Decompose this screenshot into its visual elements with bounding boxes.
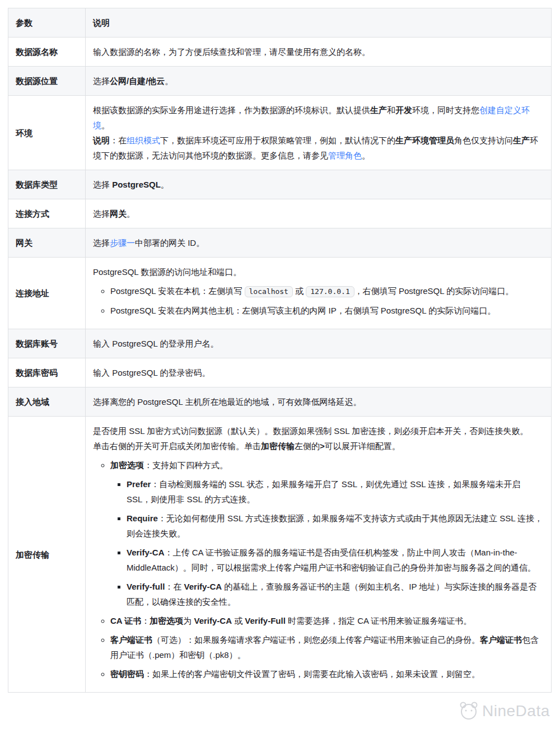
text: ：自动检测服务端的 SSL 状态，如果服务端开启了 SSL，则优先通过 SSL … (127, 479, 520, 504)
doc-link[interactable]: 组织模式 (127, 136, 160, 145)
param-cell: 数据源名称 (8, 38, 86, 67)
text: PostgreSQL 安装在内网其他主机：左侧填写该主机的内网 IP，右侧填写 … (110, 306, 496, 315)
bold-text: Verify-CA (127, 548, 165, 557)
table-body: 数据源名称输入数据源的名称，为了方便后续查找和管理，请尽量使用有意义的名称。数据… (8, 38, 552, 693)
param-cell: 接入地域 (8, 387, 86, 417)
bold-text: Require (127, 513, 158, 523)
description-cell: 选择公网/自建/他云。 (86, 67, 552, 96)
text: 选择 (93, 180, 112, 189)
bold-text: 加密传输 (261, 441, 295, 451)
text: 为 (183, 616, 194, 625)
paragraph: 选择离您的 PostgreSQL 主机所在地最近的地域，可有效降低网络延迟。 (93, 394, 544, 409)
description-cell: 选择步骤一中部署的网关 ID。 (86, 228, 552, 258)
text: 。 (165, 76, 173, 86)
text: ： (141, 616, 150, 625)
text: ：如果上传的客户端密钥文件设置了密码，则需要在此输入该密码，如果未设置，则留空。 (144, 669, 480, 679)
text: 选择 (93, 238, 110, 247)
text: 选择 (93, 76, 110, 86)
bold-text: PostgreSQL (112, 180, 161, 189)
header-description: 说明 (86, 8, 552, 38)
text: ，右侧填写 PostgreSQL 的实际访问端口。 (354, 286, 514, 296)
list-item: Prefer：自动检测服务端的 SSL 状态，如果服务端开启了 SSL，则优先通… (127, 477, 544, 507)
bullet-list: PostgreSQL 安装在本机：左侧填写 localhost 或 127.0.… (93, 283, 544, 318)
param-cell: 数据库密码 (8, 358, 86, 387)
text: ：在 (110, 136, 127, 145)
text: 时需要选择，指定 CA 证书用来验证服务端证书。 (286, 616, 472, 625)
list-item: 加密选项：支持如下四种方式。Prefer：自动检测服务端的 SSL 状态，如果服… (110, 457, 544, 609)
doc-link[interactable]: 管理角色 (328, 151, 362, 160)
text: PostgreSQL 安装在本机：左侧填写 (110, 286, 245, 296)
bold-text: 生产 (513, 136, 530, 145)
bold-text: Verify-Full (245, 616, 286, 625)
parameters-table: 参数 说明 数据源名称输入数据源的名称，为了方便后续查找和管理，请尽量使用有意义… (8, 8, 552, 693)
table-row: 数据源名称输入数据源的名称，为了方便后续查找和管理，请尽量使用有意义的名称。 (8, 38, 552, 67)
list-item: CA 证书：加密选项为 Verify-CA 或 Verify-Full 时需要选… (110, 613, 544, 628)
paragraph: 输入数据源的名称，为了方便后续查找和管理，请尽量使用有意义的名称。 (93, 44, 544, 59)
description-cell: 选择 PostgreSQL。 (86, 170, 552, 199)
param-cell: 数据库类型 (8, 170, 86, 199)
paragraph: PostgreSQL 数据源的访问地址和端口。 (93, 264, 544, 279)
table-header-row: 参数 说明 (8, 8, 552, 38)
param-cell: 数据源位置 (8, 67, 86, 96)
bold-text: Verify-full (127, 582, 165, 591)
table-row: 接入地域选择离您的 PostgreSQL 主机所在地最近的地域，可有效降低网络延… (8, 387, 552, 417)
text: 或 (293, 286, 306, 296)
text: 左侧的 (295, 441, 320, 451)
ninedata-logo-icon (457, 699, 480, 722)
text: 和 (387, 105, 395, 115)
text: PostgreSQL 数据源的访问地址和端口。 (93, 267, 241, 277)
text: 可以展开详细配置。 (325, 441, 400, 451)
text: 下，数据库环境还可应用于权限策略管理，例如，默认情况下的 (160, 136, 395, 145)
bold-text: Verify-CA (194, 616, 232, 625)
paragraph: 选择网关。 (93, 206, 544, 221)
bold-text: 网关 (110, 209, 127, 218)
bold-text: 公网/自建/他云 (110, 76, 165, 86)
list-item: PostgreSQL 安装在内网其他主机：左侧填写该主机的内网 IP，右侧填写 … (110, 303, 544, 318)
description-cell: 根据该数据源的实际业务用途进行选择，作为数据源的环境标识。默认提供生产和开发环境… (86, 96, 552, 170)
description-cell: 是否使用 SSL 加密方式访问数据源（默认关）。数据源如果强制 SSL 加密连接… (86, 417, 552, 693)
param-cell: 连接地址 (8, 258, 86, 329)
text: 角色仅支持访问 (454, 136, 513, 145)
paragraph: 是否使用 SSL 加密方式访问数据源（默认关）。数据源如果强制 SSL 加密连接… (93, 423, 544, 438)
bold-text: 说明 (93, 136, 110, 145)
text: 根据该数据源的实际业务用途进行选择，作为数据源的环境标识。默认提供 (93, 105, 370, 115)
description-cell: 输入 PostgreSQL 的登录用户名。 (86, 329, 552, 358)
param-cell: 数据库账号 (8, 329, 86, 358)
paragraph: 输入 PostgreSQL 的登录用户名。 (93, 336, 544, 351)
text: 选择 (93, 209, 110, 218)
bold-text: 客户端证书 (480, 635, 522, 644)
doc-link[interactable]: 步骤一 (110, 238, 135, 247)
param-cell: 环境 (8, 96, 86, 170)
text: 。 (101, 120, 110, 130)
table-row: 数据库密码输入 PostgreSQL 的登录密码。 (8, 358, 552, 387)
description-cell: 选择离您的 PostgreSQL 主机所在地最近的地域，可有效降低网络延迟。 (86, 387, 552, 417)
param-cell: 连接方式 (8, 199, 86, 228)
text: 或 (232, 616, 245, 625)
watermark-text: NineData (482, 703, 550, 718)
param-cell: 加密传输 (8, 417, 86, 693)
header-param: 参数 (8, 8, 86, 38)
bold-text: Verify-CA (184, 582, 222, 591)
table-row: 数据库类型选择 PostgreSQL。 (8, 170, 552, 199)
paragraph: 输入 PostgreSQL 的登录密码。 (93, 365, 544, 380)
list-item: 密钥密码：如果上传的客户端密钥文件设置了密码，则需要在此输入该密码，如果未设置，… (110, 666, 544, 681)
list-item: 客户端证书（可选）：如果服务端请求客户端证书，则您必须上传客户端证书用来验证自己… (110, 632, 544, 662)
param-cell: 网关 (8, 228, 86, 258)
paragraph: 根据该数据源的实际业务用途进行选择，作为数据源的环境标识。默认提供生产和开发环境… (93, 102, 544, 133)
bold-text: 加密选项 (150, 616, 183, 625)
bold-text: CA 证书 (110, 616, 141, 625)
text: 单击右侧的开关可开启或关闭加密传输。单击 (93, 441, 261, 451)
table-row: 网关选择步骤一中部署的网关 ID。 (8, 228, 552, 258)
paragraph: 选择步骤一中部署的网关 ID。 (93, 235, 544, 250)
bold-text: 客户端证书 (110, 635, 152, 644)
text: ：在 (165, 582, 184, 591)
bold-text: > (320, 441, 325, 451)
text: 输入数据源的名称，为了方便后续查找和管理，请尽量使用有意义的名称。 (93, 47, 370, 57)
text: 输入 PostgreSQL 的登录用户名。 (93, 339, 219, 348)
text: 输入 PostgreSQL 的登录密码。 (93, 368, 211, 377)
text: ：无论如何都使用 SSL 方式连接数据源，如果服务端不支持该方式或由于其他原因无… (127, 513, 543, 538)
list-item: PostgreSQL 安装在本机：左侧填写 localhost 或 127.0.… (110, 283, 544, 299)
table-row: 数据源位置选择公网/自建/他云。 (8, 67, 552, 96)
description-cell: 选择网关。 (86, 199, 552, 228)
text: 是否使用 SSL 加密方式访问数据源（默认关）。数据源如果强制 SSL 加密连接… (93, 426, 528, 436)
